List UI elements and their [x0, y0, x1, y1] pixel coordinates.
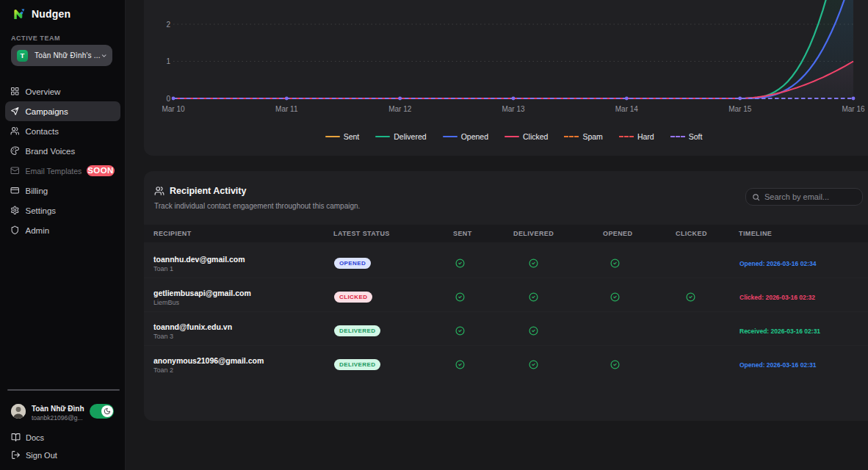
- svg-text:Mar 16: Mar 16: [842, 105, 865, 113]
- svg-text:2: 2: [166, 21, 170, 29]
- svg-text:Mar 10: Mar 10: [162, 105, 185, 113]
- svg-text:Mar 12: Mar 12: [388, 105, 412, 113]
- svg-text:Mar 15: Mar 15: [728, 105, 752, 113]
- svg-text:1: 1: [166, 57, 170, 65]
- svg-text:Mar 14: Mar 14: [615, 105, 639, 113]
- svg-text:Mar 13: Mar 13: [502, 105, 525, 113]
- svg-text:0: 0: [166, 95, 170, 103]
- svg-text:Mar 11: Mar 11: [275, 105, 298, 113]
